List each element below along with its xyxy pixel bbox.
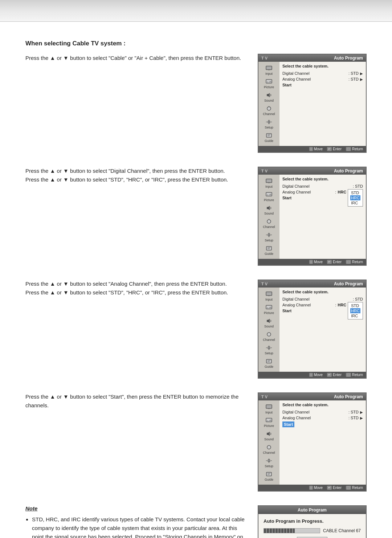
sidebar-label-input-3: Input <box>265 298 273 301</box>
svg-rect-10 <box>266 134 271 137</box>
note-title: Note <box>25 505 247 511</box>
digital-channel-value-1: : STD ▶ <box>348 71 363 76</box>
section-title: When selecting Cable TV system : <box>25 40 367 47</box>
start-row-selected-4: Start <box>282 421 294 427</box>
svg-point-43 <box>268 460 270 462</box>
svg-rect-22 <box>266 246 271 250</box>
svg-rect-33 <box>266 359 271 363</box>
sidebar-label-setup-1: Setup <box>265 126 273 129</box>
digital-arrow-1: ▶ <box>360 72 363 76</box>
sidebar-label-sound-3: Sound <box>264 325 274 328</box>
tv-panel-4-body: Input Picture Sound <box>258 400 366 485</box>
svg-point-31 <box>267 333 271 336</box>
sidebar-label-setup-2: Setup <box>265 239 273 242</box>
analog-channel-value-1: : STD ▶ <box>348 77 363 81</box>
footer-return-2: ⬚ Return <box>346 260 363 264</box>
sidebar-label-picture-4: Picture <box>264 424 274 428</box>
sidebar-item-channel-4: Channel <box>258 443 279 456</box>
sidebar-item-sound-4: Sound <box>258 429 279 442</box>
analog-channel-label-1: Analog Channel <box>282 77 311 81</box>
picture-icon-1 <box>265 78 273 85</box>
digital-channel-value-2: : STD <box>353 184 363 188</box>
sidebar-label-channel-4: Channel <box>263 451 275 455</box>
dropdown-std-2: STD <box>350 190 360 195</box>
auto-program-label-2: Auto Program <box>334 168 363 174</box>
setup-icon-1 <box>265 119 273 125</box>
sidebar-label-picture-2: Picture <box>264 198 274 202</box>
move-icon-3: ↕ <box>309 373 313 377</box>
instruction-3-line2: Press the ▲ or ▼ button to select "STD",… <box>25 288 247 297</box>
channel-icon-1 <box>265 105 273 112</box>
tv-main-3: Select the cable system. Digital Channel… <box>279 288 366 372</box>
tv-panel-4-header: T V Auto Program <box>258 393 366 400</box>
sidebar-item-guide-1: Guide <box>258 131 279 144</box>
instruction-block-2: Press the ▲ or ▼ button to select "Digit… <box>25 167 367 266</box>
sidebar-item-setup-4: Setup <box>258 456 279 469</box>
progress-bar-container: CABLE Channel 67 <box>264 528 361 533</box>
input-icon-3 <box>265 291 273 297</box>
note-list: STD, HRC, and IRC identify various types… <box>25 515 247 538</box>
svg-point-21 <box>268 234 270 236</box>
svg-rect-44 <box>266 472 271 476</box>
move-icon-1: ↕ <box>309 147 313 151</box>
svg-rect-25 <box>266 292 272 296</box>
picture-icon-2 <box>265 191 273 198</box>
footer-return-1: ⬚ Return <box>346 147 363 151</box>
tv-panel-2-header: T V Auto Program <box>258 167 366 175</box>
sidebar-label-sound-2: Sound <box>264 212 274 215</box>
svg-point-32 <box>268 347 270 349</box>
svg-point-39 <box>267 420 268 421</box>
auto-program-label-1: Auto Program <box>334 56 363 61</box>
tv-sidebar-1: Input Picture Sound <box>258 62 279 146</box>
dropdown-hrc-3: HRC <box>350 308 360 313</box>
guide-icon-4 <box>265 471 273 477</box>
move-icon-2: ↕ <box>309 260 313 264</box>
sidebar-item-picture-4: Picture <box>258 416 279 429</box>
svg-point-28 <box>267 307 268 309</box>
tv-sidebar-4: Input Picture Sound <box>258 400 279 485</box>
tv-row-analog-4: Analog Channel : STD ▶ <box>282 415 363 421</box>
footer-enter-2: ↵ Enter <box>327 260 342 264</box>
auto-program-label-4: Auto Program <box>334 394 363 399</box>
instruction-2-line2: Press the ▲ or ▼ button to select "STD",… <box>25 175 247 184</box>
sidebar-label-guide-3: Guide <box>265 365 273 368</box>
sidebar-item-setup-1: Setup <box>258 118 279 130</box>
start-row-1: Start <box>282 83 363 87</box>
sidebar-label-picture-1: Picture <box>264 85 274 89</box>
tv-row-analog-3: Analog Channel : HRC <box>282 302 346 308</box>
analog-channel-value-3: : HRC <box>335 303 346 307</box>
sidebar-item-channel-3: Channel <box>258 330 279 343</box>
instruction-text-1: Press the ▲ or ▼ button to select "Cable… <box>25 54 247 62</box>
instruction-block-1: Press the ▲ or ▼ button to select "Cable… <box>25 54 367 153</box>
tv-row-digital-4: Digital Channel : STD ▶ <box>282 409 363 415</box>
setup-icon-3 <box>265 345 273 351</box>
svg-point-42 <box>267 445 271 449</box>
svg-point-19 <box>267 220 271 223</box>
sidebar-label-input-4: Input <box>265 411 273 414</box>
instruction-block-3: Press the ▲ or ▼ button to select "Analo… <box>25 280 367 379</box>
sidebar-item-input-4: Input <box>258 403 279 415</box>
instruction-text-3: Press the ▲ or ▼ button to select "Analo… <box>25 280 247 297</box>
sound-icon-3 <box>265 318 273 324</box>
tv-panel-3-body: Input Picture Sound <box>258 288 366 372</box>
picture-icon-4 <box>265 417 273 424</box>
enter-icon-3: ↵ <box>327 373 332 377</box>
tv-label-3: T V <box>261 282 268 286</box>
tv-footer-4: ↕ Move ↵ Enter ⬚ Return <box>258 485 366 491</box>
return-icon-3: ⬚ <box>346 373 351 377</box>
digital-channel-label-1: Digital Channel <box>282 71 310 76</box>
channel-icon-4 <box>265 444 273 451</box>
sidebar-item-sound-1: Sound <box>258 91 279 103</box>
instruction-1-text: Press the ▲ or ▼ button to select "Cable… <box>25 55 241 61</box>
digital-arrow-4: ▶ <box>360 410 363 414</box>
sidebar-item-input-2: Input <box>258 177 279 189</box>
svg-marker-5 <box>267 93 270 97</box>
analog-channel-label-4: Analog Channel <box>282 416 311 420</box>
top-bar <box>0 0 392 22</box>
dropdown-irc-2: IRC <box>350 200 360 205</box>
instruction-text-2: Press the ▲ or ▼ button to select "Digit… <box>25 167 247 184</box>
progress-panel: Auto Program Auto Program in Progress. C… <box>258 505 367 538</box>
tv-footer-2: ↕ Move ↵ Enter ⬚ Return <box>258 259 366 265</box>
tv-panel-2: T V Auto Program Input Picture <box>258 167 367 266</box>
tv-row-digital-3: Digital Channel : STD <box>282 296 363 302</box>
